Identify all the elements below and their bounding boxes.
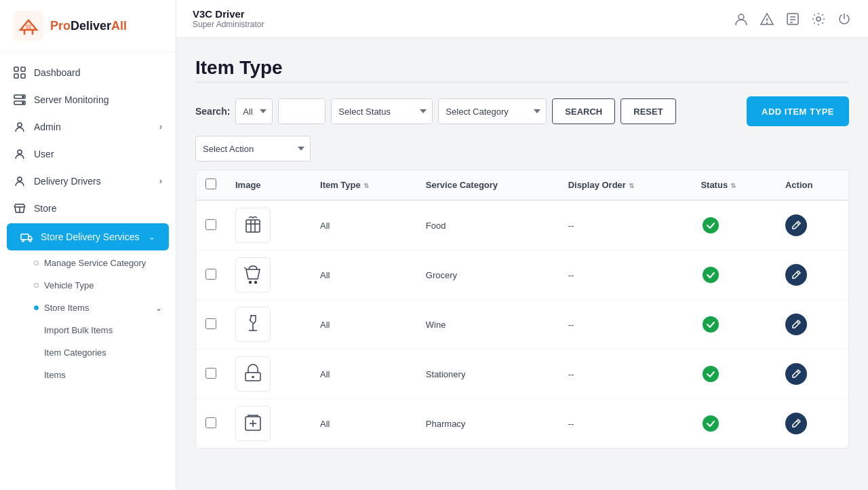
store-items-chevron: ⌄: [155, 303, 162, 313]
sidebar-item-store[interactable]: Store: [0, 195, 176, 222]
sidebar-sub-import-bulk[interactable]: Import Bulk Items: [0, 319, 176, 341]
action-select[interactable]: Select Action: [195, 136, 311, 162]
edit-button[interactable]: [785, 264, 807, 286]
edit-button[interactable]: [785, 214, 807, 236]
edit-button[interactable]: [785, 314, 807, 335]
edit-button[interactable]: [785, 413, 807, 434]
item-image: [235, 406, 271, 441]
search-label: Search:: [195, 106, 230, 117]
import-bulk-label: Import Bulk Items: [44, 325, 113, 335]
admin-chevron: ›: [159, 122, 162, 132]
col-status: Status⇅: [691, 170, 776, 200]
sidebar-item-dashboard[interactable]: Dashboard: [0, 59, 176, 86]
svg-point-16: [29, 240, 31, 242]
sidebar-sub-items[interactable]: Items: [0, 364, 176, 386]
topbar: V3C Driver Super Administrator: [176, 0, 868, 38]
svg-rect-1: [26, 24, 31, 30]
action-row: Select Action: [195, 136, 849, 162]
table-row: All Pharmacy --: [196, 399, 848, 449]
topbar-notes-icon[interactable]: [785, 12, 800, 26]
service-category-cell: Wine: [416, 300, 559, 350]
svg-point-33: [255, 282, 257, 284]
svg-point-30: [703, 217, 719, 233]
sort-item-type[interactable]: ⇅: [363, 182, 369, 189]
search-text-input[interactable]: [278, 98, 326, 124]
svg-rect-4: [14, 74, 18, 78]
sort-display-order[interactable]: ⇅: [629, 182, 634, 189]
row-checkbox[interactable]: [205, 368, 216, 379]
col-image: Image: [226, 170, 311, 200]
display-order-cell: --: [559, 300, 692, 350]
svg-point-24: [816, 17, 821, 21]
svg-point-8: [22, 96, 24, 98]
service-category-cell: Food: [416, 200, 559, 250]
sidebar-sub-manage-category[interactable]: Manage Service Category: [0, 252, 176, 274]
logo-text: ProDeliverAll: [50, 19, 127, 33]
display-order-cell: --: [559, 250, 692, 300]
store-icon: [14, 202, 26, 214]
server-icon: [14, 94, 26, 106]
item-image: [235, 356, 271, 392]
sort-status[interactable]: ⇅: [730, 182, 736, 189]
sidebar-sub-store-items-label: Store Items: [44, 303, 89, 313]
vehicle-type-dot: [34, 283, 39, 288]
search-status-select[interactable]: Select Status: [331, 98, 433, 124]
item-type-cell: All: [311, 200, 416, 250]
row-checkbox[interactable]: [205, 269, 216, 280]
sidebar-item-delivery-drivers[interactable]: Delivery Drivers ›: [0, 168, 176, 195]
logo-icon: [14, 11, 43, 41]
display-order-cell: --: [559, 200, 692, 250]
service-category-cell: Pharmacy: [416, 399, 559, 449]
sidebar-sub-manage-category-label: Manage Service Category: [44, 258, 146, 268]
sidebar-sub-store-items[interactable]: Store Items ⌄: [0, 297, 176, 319]
sidebar-item-store-delivery[interactable]: Store Delivery Services ⌄: [7, 223, 169, 250]
add-item-type-button[interactable]: ADD ITEM TYPE: [747, 96, 849, 126]
item-categories-label: Item Categories: [44, 347, 106, 358]
svg-line-31: [797, 223, 799, 225]
item-image: [235, 257, 271, 293]
col-service-category: Service Category: [416, 170, 559, 200]
main-content: V3C Driver Super Administrator: [176, 0, 868, 490]
manage-category-dot: [34, 261, 39, 265]
reset-button[interactable]: RESET: [620, 98, 675, 124]
sidebar-item-dashboard-label: Dashboard: [34, 67, 81, 78]
svg-line-34: [244, 267, 247, 269]
topbar-user-icon[interactable]: [734, 12, 749, 26]
select-all-checkbox[interactable]: [205, 178, 216, 189]
svg-point-41: [252, 377, 254, 378]
item-type-cell: All: [311, 300, 416, 350]
svg-point-19: [767, 22, 768, 23]
topbar-title: V3C Driver: [193, 8, 264, 20]
search-category-select[interactable]: Select Category: [438, 98, 547, 124]
sidebar-item-server-monitoring[interactable]: Server Monitoring: [0, 86, 176, 113]
search-all-select[interactable]: All: [235, 98, 273, 124]
service-category-cell: Stationery: [416, 350, 559, 399]
service-category-cell: Grocery: [416, 250, 559, 300]
svg-point-9: [22, 102, 24, 104]
topbar-alert-icon[interactable]: [760, 12, 774, 26]
status-badge: [701, 215, 721, 235]
svg-line-48: [797, 421, 799, 423]
col-action: Action: [776, 170, 848, 200]
col-display-order: Display Order⇅: [559, 170, 692, 200]
topbar-power-icon[interactable]: [837, 12, 852, 26]
item-type-table: Image Item Type⇅ Service Category Displa…: [195, 170, 849, 449]
svg-point-42: [703, 366, 719, 382]
sidebar-item-user[interactable]: User: [0, 140, 176, 168]
store-items-dot: [34, 305, 39, 310]
row-checkbox[interactable]: [205, 318, 216, 329]
item-type-cell: All: [311, 399, 416, 449]
topbar-settings-icon[interactable]: [811, 12, 826, 26]
row-checkbox[interactable]: [205, 417, 216, 428]
sidebar-item-admin-label: Admin: [34, 121, 61, 132]
sidebar-item-admin[interactable]: Admin ›: [0, 113, 176, 140]
sidebar-item-user-label: User: [34, 149, 54, 159]
topbar-title-area: V3C Driver Super Administrator: [193, 8, 264, 29]
row-checkbox[interactable]: [205, 219, 216, 230]
sidebar-item-server-label: Server Monitoring: [34, 94, 109, 105]
page-title-divider: [195, 81, 849, 83]
sidebar-sub-item-categories[interactable]: Item Categories: [0, 341, 176, 364]
search-button[interactable]: SEARCH: [552, 98, 615, 124]
edit-button[interactable]: [785, 363, 807, 385]
sidebar-sub-vehicle-type[interactable]: Vehicle Type: [0, 274, 176, 297]
